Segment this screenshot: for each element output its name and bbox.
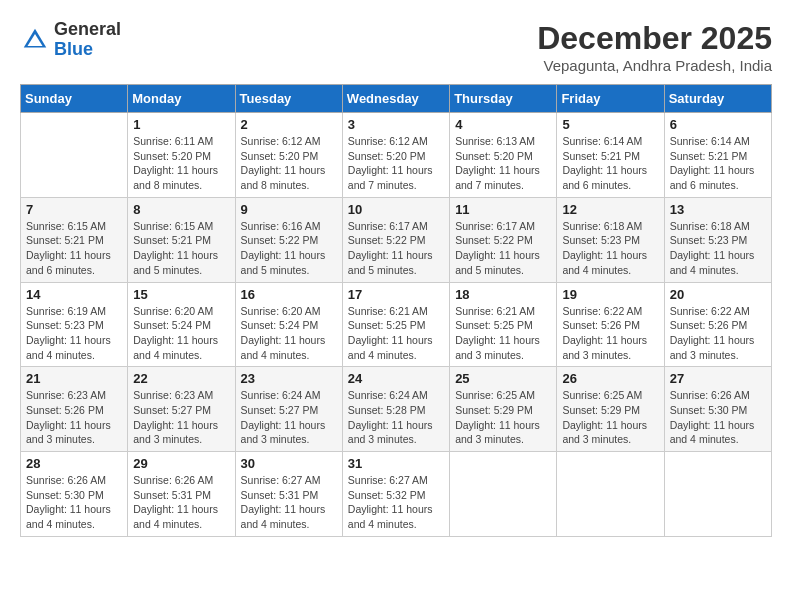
day-info: Sunrise: 6:13 AM Sunset: 5:20 PM Dayligh… — [455, 134, 551, 193]
calendar-week-row: 7Sunrise: 6:15 AM Sunset: 5:21 PM Daylig… — [21, 197, 772, 282]
calendar-cell — [450, 452, 557, 537]
day-info: Sunrise: 6:17 AM Sunset: 5:22 PM Dayligh… — [455, 219, 551, 278]
day-info: Sunrise: 6:20 AM Sunset: 5:24 PM Dayligh… — [133, 304, 229, 363]
day-number: 17 — [348, 287, 444, 302]
day-of-week-header: Monday — [128, 85, 235, 113]
day-info: Sunrise: 6:12 AM Sunset: 5:20 PM Dayligh… — [348, 134, 444, 193]
day-info: Sunrise: 6:26 AM Sunset: 5:30 PM Dayligh… — [26, 473, 122, 532]
day-of-week-header: Saturday — [664, 85, 771, 113]
calendar-cell — [21, 113, 128, 198]
calendar-cell: 14Sunrise: 6:19 AM Sunset: 5:23 PM Dayli… — [21, 282, 128, 367]
day-number: 21 — [26, 371, 122, 386]
month-title: December 2025 — [537, 20, 772, 57]
calendar-cell: 8Sunrise: 6:15 AM Sunset: 5:21 PM Daylig… — [128, 197, 235, 282]
day-info: Sunrise: 6:21 AM Sunset: 5:25 PM Dayligh… — [455, 304, 551, 363]
day-of-week-header: Sunday — [21, 85, 128, 113]
day-number: 27 — [670, 371, 766, 386]
day-info: Sunrise: 6:27 AM Sunset: 5:31 PM Dayligh… — [241, 473, 337, 532]
day-number: 26 — [562, 371, 658, 386]
calendar-cell: 15Sunrise: 6:20 AM Sunset: 5:24 PM Dayli… — [128, 282, 235, 367]
day-number: 4 — [455, 117, 551, 132]
title-block: December 2025 Vepagunta, Andhra Pradesh,… — [537, 20, 772, 74]
calendar-week-row: 21Sunrise: 6:23 AM Sunset: 5:26 PM Dayli… — [21, 367, 772, 452]
day-number: 8 — [133, 202, 229, 217]
day-info: Sunrise: 6:19 AM Sunset: 5:23 PM Dayligh… — [26, 304, 122, 363]
day-info: Sunrise: 6:25 AM Sunset: 5:29 PM Dayligh… — [562, 388, 658, 447]
logo-general-text: General — [54, 19, 121, 39]
calendar-cell: 29Sunrise: 6:26 AM Sunset: 5:31 PM Dayli… — [128, 452, 235, 537]
calendar-week-row: 14Sunrise: 6:19 AM Sunset: 5:23 PM Dayli… — [21, 282, 772, 367]
day-number: 10 — [348, 202, 444, 217]
day-number: 20 — [670, 287, 766, 302]
calendar-cell: 31Sunrise: 6:27 AM Sunset: 5:32 PM Dayli… — [342, 452, 449, 537]
day-info: Sunrise: 6:20 AM Sunset: 5:24 PM Dayligh… — [241, 304, 337, 363]
calendar-cell: 3Sunrise: 6:12 AM Sunset: 5:20 PM Daylig… — [342, 113, 449, 198]
day-of-week-header: Tuesday — [235, 85, 342, 113]
day-info: Sunrise: 6:18 AM Sunset: 5:23 PM Dayligh… — [670, 219, 766, 278]
day-info: Sunrise: 6:22 AM Sunset: 5:26 PM Dayligh… — [562, 304, 658, 363]
calendar-cell: 22Sunrise: 6:23 AM Sunset: 5:27 PM Dayli… — [128, 367, 235, 452]
day-number: 22 — [133, 371, 229, 386]
day-number: 15 — [133, 287, 229, 302]
calendar-cell — [557, 452, 664, 537]
day-number: 12 — [562, 202, 658, 217]
calendar-cell: 10Sunrise: 6:17 AM Sunset: 5:22 PM Dayli… — [342, 197, 449, 282]
calendar-cell: 20Sunrise: 6:22 AM Sunset: 5:26 PM Dayli… — [664, 282, 771, 367]
calendar-cell: 7Sunrise: 6:15 AM Sunset: 5:21 PM Daylig… — [21, 197, 128, 282]
day-number: 6 — [670, 117, 766, 132]
day-number: 7 — [26, 202, 122, 217]
logo-blue-text: Blue — [54, 39, 93, 59]
calendar-cell: 21Sunrise: 6:23 AM Sunset: 5:26 PM Dayli… — [21, 367, 128, 452]
calendar-cell — [664, 452, 771, 537]
calendar-cell: 18Sunrise: 6:21 AM Sunset: 5:25 PM Dayli… — [450, 282, 557, 367]
day-info: Sunrise: 6:26 AM Sunset: 5:30 PM Dayligh… — [670, 388, 766, 447]
day-of-week-header: Friday — [557, 85, 664, 113]
day-number: 5 — [562, 117, 658, 132]
day-info: Sunrise: 6:25 AM Sunset: 5:29 PM Dayligh… — [455, 388, 551, 447]
day-number: 11 — [455, 202, 551, 217]
day-info: Sunrise: 6:23 AM Sunset: 5:27 PM Dayligh… — [133, 388, 229, 447]
calendar-cell: 23Sunrise: 6:24 AM Sunset: 5:27 PM Dayli… — [235, 367, 342, 452]
calendar-cell: 17Sunrise: 6:21 AM Sunset: 5:25 PM Dayli… — [342, 282, 449, 367]
day-info: Sunrise: 6:14 AM Sunset: 5:21 PM Dayligh… — [670, 134, 766, 193]
day-number: 29 — [133, 456, 229, 471]
day-number: 30 — [241, 456, 337, 471]
day-number: 25 — [455, 371, 551, 386]
day-info: Sunrise: 6:12 AM Sunset: 5:20 PM Dayligh… — [241, 134, 337, 193]
day-number: 9 — [241, 202, 337, 217]
day-info: Sunrise: 6:26 AM Sunset: 5:31 PM Dayligh… — [133, 473, 229, 532]
day-info: Sunrise: 6:17 AM Sunset: 5:22 PM Dayligh… — [348, 219, 444, 278]
day-info: Sunrise: 6:24 AM Sunset: 5:28 PM Dayligh… — [348, 388, 444, 447]
day-info: Sunrise: 6:15 AM Sunset: 5:21 PM Dayligh… — [133, 219, 229, 278]
day-number: 23 — [241, 371, 337, 386]
calendar-cell: 5Sunrise: 6:14 AM Sunset: 5:21 PM Daylig… — [557, 113, 664, 198]
day-number: 19 — [562, 287, 658, 302]
calendar-cell: 25Sunrise: 6:25 AM Sunset: 5:29 PM Dayli… — [450, 367, 557, 452]
calendar-cell: 13Sunrise: 6:18 AM Sunset: 5:23 PM Dayli… — [664, 197, 771, 282]
calendar-week-row: 1Sunrise: 6:11 AM Sunset: 5:20 PM Daylig… — [21, 113, 772, 198]
day-number: 14 — [26, 287, 122, 302]
day-of-week-header: Thursday — [450, 85, 557, 113]
day-number: 2 — [241, 117, 337, 132]
day-number: 18 — [455, 287, 551, 302]
calendar-week-row: 28Sunrise: 6:26 AM Sunset: 5:30 PM Dayli… — [21, 452, 772, 537]
calendar-cell: 27Sunrise: 6:26 AM Sunset: 5:30 PM Dayli… — [664, 367, 771, 452]
day-info: Sunrise: 6:11 AM Sunset: 5:20 PM Dayligh… — [133, 134, 229, 193]
calendar-header-row: SundayMondayTuesdayWednesdayThursdayFrid… — [21, 85, 772, 113]
day-info: Sunrise: 6:22 AM Sunset: 5:26 PM Dayligh… — [670, 304, 766, 363]
day-number: 28 — [26, 456, 122, 471]
day-of-week-header: Wednesday — [342, 85, 449, 113]
day-number: 24 — [348, 371, 444, 386]
day-info: Sunrise: 6:24 AM Sunset: 5:27 PM Dayligh… — [241, 388, 337, 447]
day-info: Sunrise: 6:23 AM Sunset: 5:26 PM Dayligh… — [26, 388, 122, 447]
calendar-cell: 26Sunrise: 6:25 AM Sunset: 5:29 PM Dayli… — [557, 367, 664, 452]
day-number: 1 — [133, 117, 229, 132]
day-info: Sunrise: 6:18 AM Sunset: 5:23 PM Dayligh… — [562, 219, 658, 278]
day-info: Sunrise: 6:27 AM Sunset: 5:32 PM Dayligh… — [348, 473, 444, 532]
calendar-cell: 9Sunrise: 6:16 AM Sunset: 5:22 PM Daylig… — [235, 197, 342, 282]
calendar-cell: 24Sunrise: 6:24 AM Sunset: 5:28 PM Dayli… — [342, 367, 449, 452]
calendar-cell: 16Sunrise: 6:20 AM Sunset: 5:24 PM Dayli… — [235, 282, 342, 367]
calendar-table: SundayMondayTuesdayWednesdayThursdayFrid… — [20, 84, 772, 537]
calendar-cell: 12Sunrise: 6:18 AM Sunset: 5:23 PM Dayli… — [557, 197, 664, 282]
calendar-cell: 6Sunrise: 6:14 AM Sunset: 5:21 PM Daylig… — [664, 113, 771, 198]
